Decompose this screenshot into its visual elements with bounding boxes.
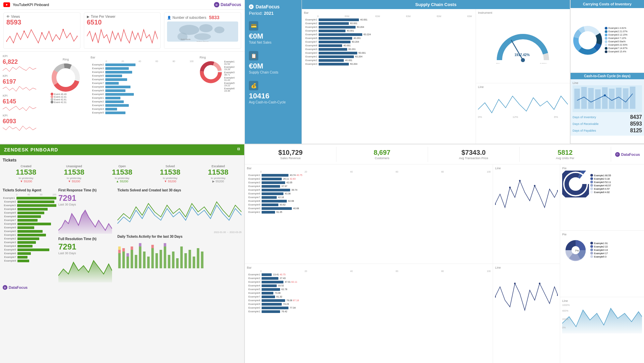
pie-2-label: Pie [562,233,642,236]
df-cash-cycle: 10416 [249,92,298,100]
kpi1-value: 6,822 [3,58,43,65]
time-value: 6510 [87,18,158,26]
tickets-charts-section: Tickets Solved and Created last 30 days … [117,188,241,283]
supply-chain-header: Supply Chain Costs [302,0,570,9]
datafocus-blue-panel: D DataFocus Period: 2021 💳 €0M Total Net… [245,0,302,144]
svg-rect-41 [588,88,594,109]
views-label: 👁 Views [6,15,77,18]
credit-card-icon: 💳 [249,21,258,31]
tickets-section: Tickets Created 11538 to yesterday ▼ 552… [0,155,244,188]
views-card: 👁 Views 8593 [3,12,80,49]
zendesk-datafocus-brand: D DataFocus [3,285,28,290]
dollar-icon: 💰 [249,81,258,90]
svg-line-22 [511,40,523,60]
svg-text:100%: 100% [540,62,547,63]
bottom-section: ZENDESK PINBOARD ⊟ Tickets Created 11538… [0,144,644,363]
first-response-value: 7291 [58,193,115,203]
svg-rect-47 [630,87,636,109]
right-pie-charts: Pie Example1 80.55 Example2 3.18 [560,165,644,363]
youtube-panel: YouTubeKPI Pinboard D DataFocus 👁 Views … [0,0,245,144]
df-right-label: DataFocus [621,152,640,156]
svg-rect-66 [160,250,162,268]
svg-point-2 [41,32,43,34]
customers-value: 8,697 [338,149,426,156]
days-receivable-value: 8593 [630,121,642,127]
created-change: ▼ 55200 [3,180,49,183]
zendesk-header: ZENDESK PINBOARD ⊟ [0,144,244,155]
youtube-bottom-charts: KPI 6,822 KPI 6197 KPI 6145 KPI 6093 [0,52,245,135]
svg-text:0%: 0% [496,62,500,63]
svg-rect-65 [155,253,158,268]
top-section: YouTubeKPI Pinboard D DataFocus 👁 Views … [0,0,644,144]
cash-cycle-panel: Cash-to-Cash Cycle (in days) Line [571,73,644,136]
donut-chart-carrying [573,25,603,55]
ticket-escalated: Escalated 11538 to yesterday ▶ 55200 [195,165,241,183]
right-line-2: Line [493,264,560,363]
svg-rect-61 [143,252,145,268]
instrument-line-section: Instrument 0% 100% 50% [476,9,570,144]
top-metrics-row: $10,729 Sales Revenue 8,697 Customers $7… [245,144,644,165]
svg-rect-72 [180,246,182,268]
solved-by-agent-title: Tickets Solved by Agent [3,188,56,192]
supply-bar-section: Bar 0€0M€0M€0M€0M€0M Example140.001 Exam… [302,9,476,144]
svg-text:12%: 12% [513,116,518,119]
right-bottom-section: $10,729 Sales Revenue 8,697 Customers $7… [245,144,644,363]
svg-rect-74 [189,250,191,268]
svg-rect-76 [197,248,199,268]
line-section: Line 0% 12% 6% [476,83,570,144]
sales-revenue-label: Sales Revenue [247,156,334,160]
eye-icon: 👁 [6,15,10,18]
zendesk-panel: ZENDESK PINBOARD ⊟ Tickets Created 11538… [0,144,245,363]
right-bar-label-1: Bar [247,167,491,170]
right-charts-area: Bar 020406080100 Example143.7440.75 Exam… [245,165,644,363]
svg-rect-62 [147,257,150,268]
svg-text:400%: 400% [562,310,569,312]
full-resolution-section: Full Resolution Time (h) 7291 Last 30 Da… [58,237,115,283]
df-footer-label: DataFocus [9,285,28,289]
supply-chain-panel: Supply Chain Costs Bar 0€0M€0M€0M€0M€0M … [302,0,570,144]
svg-point-9 [194,33,211,40]
svg-point-80 [519,180,521,182]
first-response-title: First Response Time (h) [58,188,115,192]
sales-revenue-value: $10,729 [247,149,334,156]
svg-rect-67 [164,246,166,268]
right-line-chart-3: 1000% 400% 200% 0% [562,303,642,333]
svg-rect-42 [595,89,601,109]
line-label: Line [478,85,568,89]
zendesk-close-icon[interactable]: ⊟ [237,147,240,152]
escalated-change: ▶ 55200 [195,180,241,183]
cash-line-chart [573,85,642,112]
views-value: 8593 [6,18,77,26]
svg-point-83 [495,296,496,298]
full-resolution-title: Full Resolution Time (h) [58,237,115,241]
df-brand: DataFocus [256,4,280,9]
right-bar-2: Bar 020406080100 Example113.4140.75 Exam… [245,264,493,363]
df-net-sales-label: Total Net Sales [249,41,298,44]
unassigned-change: ▼ 55200 [51,180,97,183]
created-value: 11538 [3,168,49,177]
ticket-solved: Solved 11538 to yesterday ▼ 55200 [147,165,194,183]
zendesk-footer: D DataFocus [0,283,244,292]
right-line-3-section: Line 1000% 400% [560,297,644,363]
tickets-solved-created-title: Tickets Solved and Created last 30 days [117,188,241,192]
youtube-title: YouTubeKPI Pinboard [13,3,49,7]
full-resolution-chart [58,256,112,282]
right-bar-1: Bar 020406080100 Example143.7440.75 Exam… [245,165,493,264]
df-metric-3: 💰 10416 Avg Cash-to-Cash-Cycle [249,81,298,104]
svg-point-82 [557,190,558,192]
right-line-label-2: Line [495,266,558,269]
carrying-costs-panel: Carrying Costs of Inventory Example1 4.8… [571,0,644,144]
unassigned-label: Unassigned [51,165,97,168]
carrying-legend: Example1 4.81% Example2 21.07% Example3 … [605,27,628,54]
pie-2-section: Pie 7% [560,231,644,297]
svg-rect-56 [130,250,133,268]
svg-text:Indian Ocean: Indian Ocean [197,41,209,42]
svg-rect-77 [201,252,203,268]
ticket-open: Open 11538 to yesterday ▲ 55200 [99,165,145,183]
pie-1-section: Pie Example1 80.55 Example2 3.18 [560,165,644,231]
unassigned-sub: to yesterday [51,177,97,180]
world-map: Indian Ocean North Atlantic [167,21,238,42]
pie-chart-1 [562,171,589,197]
svg-text:North Atlantic: North Atlantic [181,38,191,40]
subscribers-value: 5833 [209,15,219,20]
